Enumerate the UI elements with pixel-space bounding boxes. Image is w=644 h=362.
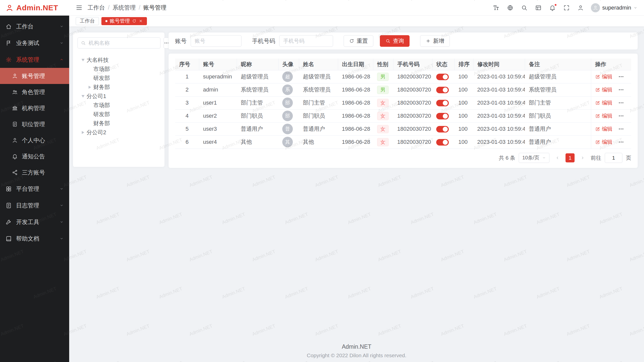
edit-button[interactable]: 编辑 xyxy=(595,112,613,119)
tree-node-7[interactable]: 财务部 xyxy=(77,119,160,128)
sidebar-item-business-test[interactable]: 业务测试 xyxy=(0,35,69,51)
tab-account-management[interactable]: 账号管理 xyxy=(101,17,147,25)
search-button[interactable]: 查询 xyxy=(380,35,410,47)
tree-node-5[interactable]: 市场部 xyxy=(77,101,160,110)
more-actions-button[interactable] xyxy=(618,113,624,119)
notifications-button[interactable] xyxy=(549,5,556,11)
cell-avatar: 普 xyxy=(278,122,299,135)
cell-modified-time: 2023-01-03 10:59:44 xyxy=(473,135,525,149)
status-toggle[interactable] xyxy=(436,100,449,106)
tree-node-2[interactable]: 研发部 xyxy=(77,74,160,83)
language-button[interactable] xyxy=(507,5,513,11)
filter-panel: 账号 手机号码 重置 查询 新增 xyxy=(168,32,638,50)
sidebar-item-log-management[interactable]: 日志管理 xyxy=(0,197,69,214)
more-actions-button[interactable] xyxy=(618,139,624,145)
status-toggle[interactable] xyxy=(436,74,449,80)
breadcrumb-item-workbench[interactable]: 工作台 xyxy=(88,4,105,12)
edit-button[interactable]: 编辑 xyxy=(595,139,613,146)
tab-workbench[interactable]: 工作台 xyxy=(76,17,99,25)
edit-button[interactable]: 编辑 xyxy=(595,125,613,132)
header-actions xyxy=(493,5,584,11)
table-row: 3user1部门主管部部门主管1986-06-28女18020030720100… xyxy=(175,96,631,109)
cell-gender: 女 xyxy=(373,96,393,109)
tree-caret-icon[interactable] xyxy=(86,86,93,89)
gender-badge: 女 xyxy=(377,125,389,133)
org-search-input[interactable] xyxy=(88,40,157,46)
page-size-select[interactable]: 10条/页 xyxy=(519,153,549,163)
page-1-button[interactable]: 1 xyxy=(566,153,575,162)
cell-avatar: 系 xyxy=(278,83,299,96)
profile-button[interactable] xyxy=(577,5,584,11)
fullscreen-button[interactable] xyxy=(563,5,570,11)
cell-index: 4 xyxy=(175,109,199,122)
user-menu[interactable]: superadmin xyxy=(591,3,637,12)
refresh-tab-icon[interactable] xyxy=(132,19,136,23)
tree-caret-icon[interactable] xyxy=(79,95,87,98)
layout-button[interactable] xyxy=(535,5,542,11)
goto-page-input[interactable] xyxy=(605,153,622,163)
more-actions-button[interactable] xyxy=(618,74,624,80)
tree-node-6[interactable]: 研发部 xyxy=(77,110,160,119)
search-button[interactable] xyxy=(521,5,528,11)
sidebar-item-dev-tools[interactable]: 开发工具 xyxy=(0,214,69,230)
toggle-knob xyxy=(443,74,448,79)
tree-caret-icon[interactable] xyxy=(79,59,87,62)
tree-node-1[interactable]: 市场部 xyxy=(77,65,160,74)
edit-icon xyxy=(595,113,600,118)
reset-button[interactable]: 重置 xyxy=(344,35,373,47)
prev-page-button[interactable] xyxy=(553,153,562,162)
next-page-button[interactable] xyxy=(578,153,587,162)
doc-icon xyxy=(6,202,12,209)
tree-node-4[interactable]: 分公司1 xyxy=(77,92,160,101)
gear-icon xyxy=(6,57,12,63)
cell-sort: 100 xyxy=(454,96,473,109)
sidebar-item-system-management[interactable]: 系统管理 xyxy=(0,51,69,68)
more-actions-button[interactable] xyxy=(618,87,624,93)
status-toggle[interactable] xyxy=(436,126,449,132)
breadcrumb-item-system[interactable]: 系统管理 xyxy=(112,4,136,12)
cell-sort: 100 xyxy=(454,70,473,83)
cell-modified-time: 2023-01-03 10:59:44 xyxy=(473,96,525,109)
menu-collapse-icon[interactable] xyxy=(76,4,83,11)
gender-badge: 男 xyxy=(377,86,389,94)
cell-status xyxy=(432,70,454,83)
close-tab-icon[interactable] xyxy=(139,19,143,23)
tree-node-3[interactable]: 财务部 xyxy=(77,83,160,92)
sidebar-subitem-account-management[interactable]: 账号管理 xyxy=(0,68,69,84)
notification-badge xyxy=(554,4,557,6)
edit-button[interactable]: 编辑 xyxy=(595,73,613,80)
cell-account: user2 xyxy=(199,109,237,122)
status-toggle[interactable] xyxy=(436,113,449,119)
sidebar-item-label: 开发工具 xyxy=(16,218,39,226)
phone-filter-input[interactable] xyxy=(279,35,333,47)
brand[interactable]: Admin.NET xyxy=(0,0,69,16)
sidebar-subitem-position-management[interactable]: 职位管理 xyxy=(0,116,69,132)
edit-button[interactable]: 编辑 xyxy=(595,86,613,93)
more-actions-button[interactable] xyxy=(618,100,624,106)
cell-avatar: 超 xyxy=(278,70,299,83)
add-button[interactable]: 新增 xyxy=(420,35,450,47)
edit-button[interactable]: 编辑 xyxy=(595,99,613,106)
sidebar-item-platform-management[interactable]: 平台管理 xyxy=(0,180,69,197)
status-toggle[interactable] xyxy=(436,139,449,146)
status-toggle[interactable] xyxy=(436,87,449,93)
sidebar-subitem-role-management[interactable]: 角色管理 xyxy=(0,84,69,100)
tree-node-8[interactable]: 分公司2 xyxy=(77,128,160,137)
font-size-button[interactable] xyxy=(493,5,499,11)
brand-logo-icon xyxy=(6,4,14,12)
cell-actions: 编辑 xyxy=(591,96,631,109)
account-filter-input[interactable] xyxy=(191,35,242,47)
sidebar-subitem-personal-center[interactable]: 个人中心 xyxy=(0,132,69,148)
sidebar-subitem-third-party-account[interactable]: 三方账号 xyxy=(0,164,69,180)
chev-down-icon xyxy=(60,24,64,28)
sidebar-subitem-notice[interactable]: 通知公告 xyxy=(0,148,69,164)
col-phone: 手机号码 xyxy=(393,59,432,70)
sidebar-item-workbench[interactable]: 工作台 xyxy=(0,18,69,35)
sidebar-subitem-org-management[interactable]: 机构管理 xyxy=(0,100,69,116)
more-actions-button[interactable] xyxy=(618,126,624,132)
tree-node-0[interactable]: 大名科技 xyxy=(77,56,160,65)
tree-caret-icon[interactable] xyxy=(79,131,87,134)
breadcrumb-separator: / xyxy=(108,4,109,11)
sidebar-item-help-docs[interactable]: 帮助文档 xyxy=(0,230,69,247)
breadcrumb: 工作台 / 系统管理 / 账号管理 xyxy=(88,4,167,12)
